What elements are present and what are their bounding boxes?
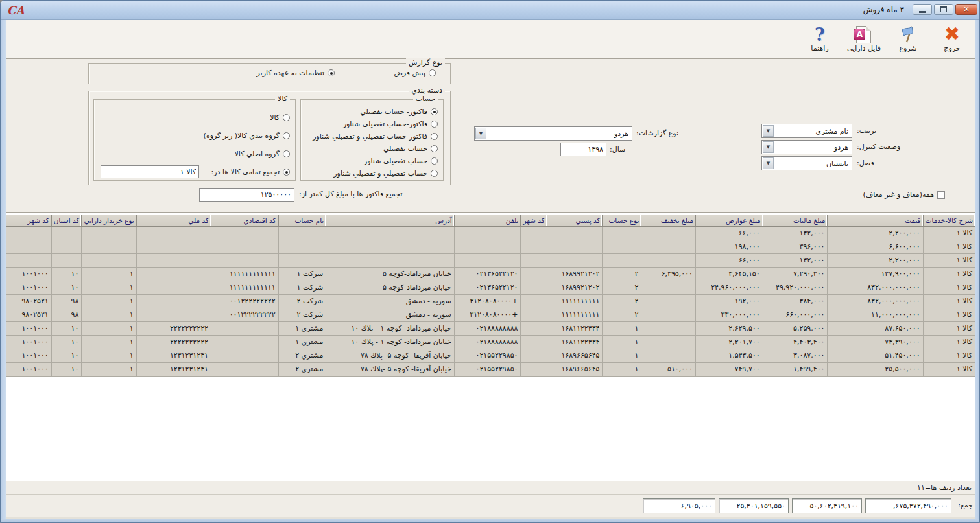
table-cell: ۶,۶۰۰,۰۰۰ [828,240,923,253]
radio-option[interactable]: تجميع تمامي كالا ها در: [204,163,290,181]
duty-total-box[interactable]: ۲۵,۳۰۱,۱۵۹,۵۵۰ [719,498,789,513]
column-header[interactable]: كد پستي [547,215,603,226]
radio-icon[interactable] [431,133,438,140]
radio-icon[interactable] [431,145,438,152]
table-row[interactable]: كالا ۱۵۱,۴۵۰,۰۰۰۳,۰۸۷,۰۰۰۱,۵۴۳,۵۰۰۱۱۶۸۹۶… [6,349,975,362]
table-row[interactable]: كالا ۱۲۵,۵۰۰,۰۰۰۱,۴۹۹,۴۰۰۷۴۹,۷۰۰۵۱۰,۰۰۰۱… [6,362,975,376]
column-header[interactable]: كد اقتصادي [211,215,278,226]
maximize-button[interactable] [934,4,953,15]
table-row[interactable]: كالا ۱۸۳۲,۰۰۰,۰۰۰,۰۰۰۳۸۴,۰۰۰۱۹۲,۰۰۰۲۱۱۱۱… [6,294,975,308]
table-cell: خيابان ميرداماد- كوچه ۱ - پلاك ۱۰ [326,335,454,349]
table-cell: ۶۶,۰۰۰ [695,226,763,240]
radio-option[interactable]: گروه بندي كالا( زير گروه) [204,126,290,145]
radio-icon[interactable] [283,132,290,139]
radio-option-label: فاكتور- حساب تفصيلي [360,108,427,116]
radio-icon[interactable] [431,157,438,165]
bottom-strip [6,517,975,519]
table-cell: ۲,۶۲۹,۵۰۰ [695,321,763,335]
column-header[interactable]: مبلغ ماليات [763,215,828,226]
question-mark-icon: ? [815,22,825,43]
column-header[interactable]: نوع خريدار دارايي [82,215,136,226]
account-subgroup: حساب فاكتور- حساب تفصيليفاكتور-حساب تفصي… [300,99,444,181]
column-header[interactable]: مبلغ تخفيف [641,215,696,226]
radio-icon[interactable] [431,170,438,177]
radio-icon[interactable] [283,169,290,176]
toolbar-button-exit[interactable]: ✖خروج [935,22,969,52]
year-input[interactable]: ۱۳۹۸ [560,143,606,156]
aggregate-invoices-input[interactable]: ۱۲۵۰۰۰۰۰ [199,188,294,202]
checkbox-icon[interactable] [937,191,945,199]
radio-icon[interactable] [429,69,436,76]
chevron-down-icon[interactable]: ▼ [763,157,774,169]
radio-option[interactable]: حساب تفصيلي [313,143,438,155]
toolbar-button-help[interactable]: ?راهنما [803,22,837,52]
order-combobox[interactable]: نام مشتري ▼ [761,124,852,138]
radio-option[interactable]: حساب تفصيلي شناور [313,155,438,167]
column-header[interactable]: تلفن [454,215,521,226]
radio-user-settings[interactable]: تنظيمات به عهده كاربر [257,69,335,77]
radio-icon[interactable] [431,108,438,115]
column-header[interactable]: كد شهر [521,215,547,226]
toolbar-label-exit: خروج [944,44,960,52]
column-header[interactable]: مبلغ عوارض [695,215,763,226]
column-header[interactable]: كد ملي [136,215,211,226]
radio-default[interactable]: پيش فرض [394,69,436,77]
radio-option[interactable]: گروه اصلي كالا [204,145,290,163]
table-cell: كالا ۱ [923,281,975,294]
price-total-box[interactable]: ,۶۷۵,۳۷۲,۴۹۰,۰۰۰ [865,498,951,513]
table-cell: كالا ۱ [923,362,975,376]
chevron-down-icon[interactable]: ▼ [475,128,486,139]
table-cell: ۸۳۲,۰۰۰,۰۰۰,۰۰۰ [828,294,923,308]
radio-option[interactable]: فاكتور-حساب تفصيلي شناور [313,118,438,130]
chevron-down-icon[interactable]: ▼ [763,125,774,137]
merge-target-input[interactable]: كالا ۱ [101,165,199,178]
tax-total-box[interactable]: ۵۰,۶۰۲,۳۱۹,۱۰۰ [792,498,862,513]
radio-option[interactable]: فاكتور-حساب تفصيلي و تفصيلي شناور [313,130,438,143]
radio-option[interactable]: فاكتور- حساب تفصيلي [313,106,438,118]
toolbar-button-start[interactable]: شروع [891,22,925,52]
report-kind-combobox[interactable]: هردو ▼ [474,126,632,141]
season-combobox[interactable]: تابستان ▼ [761,156,852,170]
minimize-button[interactable] [913,4,932,15]
column-header[interactable]: كد استان [51,215,82,226]
table-cell: -۱۳۲,۰۰۰ [763,253,828,267]
column-header[interactable]: كد شهر [6,215,52,226]
minimize-icon [919,11,926,13]
table-row[interactable]: كالا ۱۶,۶۰۰,۰۰۰۳۹۶,۰۰۰۱۹۸,۰۰۰ [6,240,975,253]
close-button[interactable]: ✕ [955,4,977,15]
table-cell: سوريه - دمشق [326,294,454,308]
table-cell [51,240,82,253]
table-row[interactable]: كالا ۱۸۳۲,۰۰۰,۰۰۰,۰۰۰۴۹,۹۲۰,۰۰۰,۰۰۰۲۴,۹۶… [6,281,975,294]
table-cell: ۰۲۱۳۶۵۲۲۱۲۰ [454,281,521,294]
table-row[interactable]: كالا ۱۱۲۷,۹۰۰,۰۰۰۷,۲۹۰,۳۰۰۳,۶۴۵,۱۵۰۶,۳۹۵… [6,267,975,281]
radio-option[interactable]: كالا [204,108,290,126]
title-bar[interactable]: CA ۳ ماه فروش ✕ [1,1,980,20]
chevron-down-icon[interactable]: ▼ [763,141,774,153]
radio-icon[interactable] [431,121,438,128]
totals-bar: جمع: ,۶۷۵,۳۷۲,۴۹۰,۰۰۰ ۵۰,۶۰۲,۳۱۹,۱۰۰ ۲۵,… [6,495,975,517]
table-row[interactable]: كالا ۱۷۳,۳۹۰,۰۰۰۴,۴۰۳,۴۰۰۲,۲۰۱,۷۰۰۱۱۶۸۱۱… [6,335,975,349]
column-header[interactable]: آدرس [326,215,454,226]
control-status-combobox[interactable]: هردو ▼ [761,140,852,154]
column-header[interactable]: نام حساب [278,215,326,226]
table-cell [82,226,136,240]
column-header[interactable]: شرح كالا-خدمات [923,215,975,226]
column-header[interactable]: نوع حساب [603,215,641,226]
toolbar-button-asset_file[interactable]: Aفایل دارایی [847,22,881,52]
table-cell [454,253,521,267]
radio-icon[interactable] [283,150,290,157]
radio-icon[interactable] [328,69,335,76]
table-cell: ۳۳۰,۰۰۰,۰۰۰ [695,308,763,321]
season-value: تابستان [826,159,848,168]
column-header[interactable]: قيمت [828,215,923,226]
radio-icon[interactable] [283,114,290,121]
table-cell: ۰۰۱۲۲۲۲۲۲۲۲۲ [211,294,278,308]
table-cell: ۴,۴۰۳,۴۰۰ [763,335,828,349]
radio-option[interactable]: حساب تفصيلي و تفصيلي شناور [313,167,438,180]
exempt-all-checkbox-row[interactable]: همه(معاف و غير معاف) [863,191,946,199]
discount-total-box[interactable]: ۶,۹۰۵,۰۰۰ [643,498,715,513]
table-row[interactable]: كالا ۱-۲,۲۰۰,۰۰۰-۱۳۲,۰۰۰-۶۶,۰۰۰ [6,253,975,267]
table-row[interactable]: كالا ۱۸۷,۶۵۰,۰۰۰۵,۲۵۹,۰۰۰۲,۶۲۹,۵۰۰۱۱۶۸۱۱… [6,321,975,335]
table-row[interactable]: كالا ۱۱۱,۰۰۰,۰۰۰,۰۰۰۶۶۰,۰۰۰,۰۰۰۳۳۰,۰۰۰,۰… [6,308,975,321]
table-row[interactable]: كالا ۱۲,۲۰۰,۰۰۰۱۳۲,۰۰۰۶۶,۰۰۰ [6,226,975,240]
